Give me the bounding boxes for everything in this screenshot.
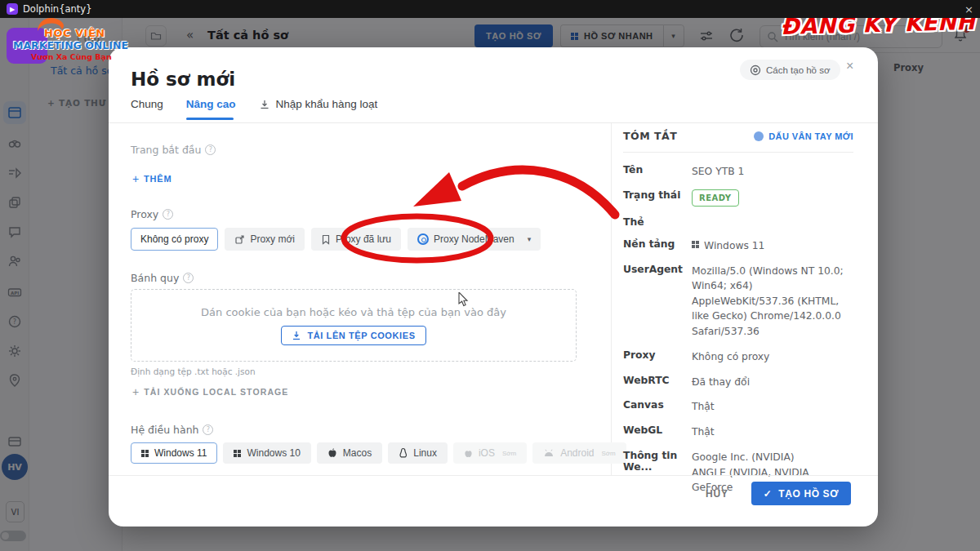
- os-options: Windows 11 Windows 10 Macos Linux iOS Sớ…: [131, 442, 626, 464]
- proxy-option-label: Không có proxy: [140, 233, 208, 245]
- download-local-storage-button[interactable]: + TẢI XUỐNG LOCAL STORAGE: [132, 385, 288, 398]
- local-storage-label: TẢI XUỐNG LOCAL STORAGE: [144, 387, 288, 397]
- windows-icon: [692, 241, 699, 248]
- proxy-option-none[interactable]: Không có proxy: [131, 228, 218, 251]
- os-option-windows10[interactable]: Windows 10: [223, 442, 310, 464]
- fingerprint-icon: [754, 131, 764, 141]
- windows-icon: [141, 450, 149, 457]
- upload-cookies-label: TẢI LÊN TỆP COOKIES: [307, 331, 415, 340]
- screen: API ? HV VI t thư Tất cả hồ sơ + TẠO THƯ…: [0, 0, 980, 551]
- summary-label: Thẻ: [623, 216, 692, 228]
- summary-label: Thông tin We...: [623, 450, 692, 495]
- check-icon: ✓: [764, 488, 773, 500]
- proxy-option-saved[interactable]: Proxy đã lưu: [311, 228, 401, 251]
- download-icon: [259, 99, 270, 110]
- cookies-label: Bánh quy ?: [131, 272, 194, 284]
- active-tab-indicator: [186, 118, 234, 120]
- summary-row-useragent: UserAgent Mozilla/5.0 (Windows NT 10.0; …: [623, 264, 857, 339]
- summary-label: Nền tảng: [623, 238, 692, 253]
- soon-badge: Sớm: [602, 450, 616, 457]
- dolphin-logo-icon: ▶: [7, 3, 18, 15]
- play-circle-icon: [750, 64, 761, 76]
- proxy-option-label: Proxy mới: [250, 233, 295, 245]
- summary-row-webgl: WebGL Thật: [623, 424, 857, 439]
- divider: [623, 152, 853, 153]
- cancel-button[interactable]: HỦY: [706, 488, 728, 500]
- tab-general[interactable]: Chung: [131, 98, 163, 110]
- summary-row-tags: Thẻ: [623, 216, 857, 228]
- os-option-android: Android Sớm: [532, 442, 626, 464]
- divider: [611, 123, 612, 475]
- info-icon[interactable]: ?: [203, 424, 213, 435]
- info-icon[interactable]: ?: [183, 273, 194, 283]
- summary-title: TÓM TẮT: [623, 130, 677, 142]
- how-to-create-label: Cách tạo hồ sơ: [766, 65, 831, 75]
- modal-title: Hồ sơ mới: [131, 69, 235, 90]
- upload-icon: [292, 331, 301, 340]
- modal-tabs: Chung Nâng cao Nhập khẩu hàng loạt: [131, 98, 377, 110]
- proxy-option-nodemaven[interactable]: Proxy NodeMaven ▾: [408, 228, 541, 251]
- summary-label: UserAgent: [623, 264, 692, 339]
- modal-footer: HỦY ✓ TẠO HỒ SƠ: [706, 482, 851, 505]
- app-title: Dolphin{anty}: [23, 3, 91, 15]
- cookies-label-text: Bánh quy: [131, 272, 179, 284]
- summary-rows: Tên SEO YTB 1 Trạng thái READY Thẻ Nền t…: [623, 164, 857, 495]
- proxy-options: Không có proxy Proxy mới Proxy đã lưu Pr…: [131, 228, 541, 251]
- start-page-label-text: Trang bắt đầu: [131, 144, 201, 156]
- soon-badge: Sớm: [502, 450, 516, 457]
- summary-value: Windows 11: [704, 238, 764, 253]
- summary-value: SEO YTB 1: [692, 164, 744, 179]
- watermark-line1: HỌC VIỆN: [44, 27, 105, 39]
- upload-cookies-button[interactable]: TẢI LÊN TỆP COOKIES: [281, 326, 425, 345]
- proxy-label-text: Proxy: [131, 208, 158, 220]
- info-icon[interactable]: ?: [163, 209, 173, 220]
- summary-value: Mozilla/5.0 (Windows NT 10.0; Win64; x64…: [692, 264, 852, 339]
- os-option-windows11[interactable]: Windows 11: [131, 442, 217, 464]
- info-icon[interactable]: ?: [205, 144, 216, 155]
- linux-icon: [399, 447, 408, 459]
- summary-value: Google Inc. (NVIDIA): [692, 450, 852, 464]
- summary-label: Proxy: [623, 349, 692, 364]
- modal-close-icon[interactable]: ×: [846, 59, 853, 73]
- add-start-page-button[interactable]: + THÊM: [132, 172, 172, 185]
- summary-row-status: Trạng thái READY: [623, 189, 857, 207]
- apple-icon: [464, 448, 473, 459]
- plus-icon: +: [132, 385, 140, 398]
- summary-value: Thật: [692, 424, 715, 439]
- nodemaven-logo-icon: [417, 233, 429, 245]
- divider: [109, 475, 878, 476]
- summary-label: Canvas: [623, 399, 692, 414]
- bookmark-icon: [321, 234, 331, 245]
- os-option-label: Linux: [413, 447, 437, 459]
- os-option-label: Windows 10: [247, 447, 300, 459]
- os-option-linux[interactable]: Linux: [388, 442, 448, 464]
- submit-create-profile-button[interactable]: ✓ TẠO HỒ SƠ: [751, 482, 851, 505]
- window-close-icon[interactable]: ×: [964, 3, 973, 16]
- os-option-label: Android: [560, 447, 594, 459]
- new-fingerprint-button[interactable]: DẤU VÂN TAY MỚI: [754, 131, 853, 141]
- proxy-option-new[interactable]: Proxy mới: [225, 228, 305, 251]
- os-option-macos[interactable]: Macos: [317, 442, 382, 464]
- cookies-dropzone[interactable]: Dán cookie của bạn hoặc kéo và thả tệp c…: [131, 289, 577, 362]
- os-option-label: iOS: [479, 447, 495, 459]
- status-badge: READY: [692, 189, 739, 207]
- submit-label: TẠO HỒ SƠ: [778, 488, 839, 500]
- apple-icon: [327, 447, 337, 459]
- summary-value: Thật: [692, 399, 715, 414]
- summary-label: Trạng thái: [623, 189, 692, 207]
- windows-icon: [234, 450, 241, 457]
- how-to-create-button[interactable]: Cách tạo hồ sơ: [740, 60, 840, 80]
- tab-advanced[interactable]: Nâng cao: [186, 98, 236, 110]
- summary-value: Đã thay đổi: [692, 375, 750, 389]
- summary-label: Tên: [623, 164, 692, 179]
- summary-label: WebRTC: [623, 375, 692, 389]
- os-option-ios: iOS Sớm: [453, 442, 527, 464]
- file-format-hint: Định dạng tệp .txt hoặc .json: [131, 367, 256, 376]
- channel-watermark: HỌC VIỆN MARKETING ONLINE Vươn Xa Cùng B…: [3, 18, 114, 70]
- window-titlebar: ▶ Dolphin{anty} ×: [0, 0, 980, 18]
- summary-row-proxy: Proxy Không có proxy: [623, 349, 857, 364]
- mouse-cursor: [458, 292, 470, 307]
- os-option-label: Macos: [343, 447, 372, 459]
- tab-bulk-import[interactable]: Nhập khẩu hàng loạt: [259, 98, 378, 110]
- watermark-line2: MARKETING ONLINE: [13, 39, 128, 51]
